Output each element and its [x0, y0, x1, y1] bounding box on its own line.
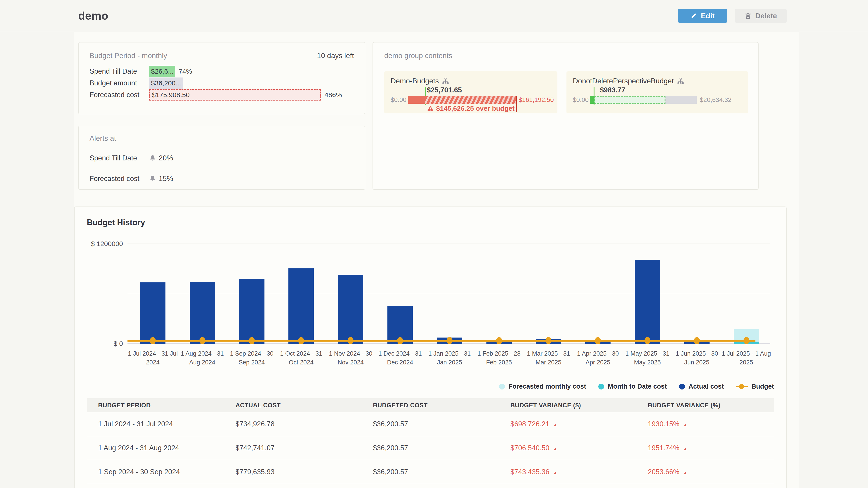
x-axis-label: 1 Jul 2024 - 31 Jul 2024: [127, 349, 179, 367]
group-contents-card: demo group contents Demo-Budgets $25,701…: [373, 42, 758, 190]
demo-budgets-bar-zone: $25,701.65 $0.00 $161,192.50 $145,626.25…: [391, 86, 551, 112]
trash-icon: [745, 12, 751, 19]
table-column-header: BUDGETED COST: [362, 402, 499, 409]
x-axis-label: 1 Apr 2025 - 30 Apr 2025: [572, 349, 624, 367]
hierarchy-icon: [442, 77, 449, 85]
y-axis-tick-zero: $ 0: [83, 340, 123, 348]
pencil-icon: [690, 13, 697, 19]
table-column-header: BUDGET VARIANCE (%): [637, 402, 774, 409]
alerts-card-label: Alerts at: [90, 134, 116, 142]
delete-button-label: Delete: [755, 12, 777, 20]
budget-history-chart: $ 1200000 $ 0: [127, 243, 770, 344]
x-axis-label: 1 Mar 2025 - 31 Mar 2025: [522, 349, 575, 367]
legend-label: Actual cost: [688, 383, 724, 390]
spend-till-date-percent: 74%: [179, 68, 192, 75]
chart-bar-actual-cost: [239, 279, 265, 344]
table-row: 1 Sep 2024 - 30 Sep 2024$779,635.93$36,2…: [87, 460, 774, 484]
table-cell-variance_usd: $706,540.50▲: [499, 444, 637, 452]
demo-budgets-link[interactable]: Demo-Budgets: [391, 77, 551, 85]
edit-button[interactable]: Edit: [678, 9, 727, 23]
spend-till-date-label: Spend Till Date: [90, 67, 149, 75]
chart-bar-actual-cost: [140, 283, 165, 344]
forecasted-cost-label: Forecasted cost: [90, 91, 149, 99]
x-axis-label: 1 Jun 2025 - 30 Jun 2025: [671, 349, 723, 367]
budget-period-label: Budget Period - monthly: [90, 52, 167, 60]
forecast-alert-value: 15%: [159, 174, 173, 183]
demo-budgets-min: $0.00: [391, 96, 406, 104]
budget-tile-demo-budgets: Demo-Budgets $25,701.65 $0.00: [384, 71, 557, 113]
legend-label: Budget: [751, 383, 774, 390]
x-axis-label: 1 Jan 2025 - 31 Jan 2025: [423, 349, 476, 367]
budget-line-marker: [150, 337, 156, 344]
variance-up-icon: ▲: [553, 446, 557, 451]
table-cell-actual: $734,926.78: [224, 420, 362, 428]
variance-up-icon: ▲: [683, 446, 688, 451]
budget-line-marker: [397, 337, 403, 344]
group-contents-label: demo group contents: [384, 52, 452, 60]
budget-line-marker: [645, 337, 650, 344]
table-cell-budgeted: $36,200.57: [362, 444, 499, 452]
budget-line-marker: [249, 337, 255, 344]
over-budget-message: $145,626.25 over budget: [426, 105, 516, 112]
legend-item-budget: Budget: [736, 383, 774, 390]
legend-item-month-to-date-cost: Month to Date cost: [598, 383, 667, 390]
spend-till-date-row: Spend Till Date $26,6... 74%: [90, 66, 354, 77]
legend-label: Forecasted monthly cost: [508, 383, 586, 390]
x-axis-labels: 1 Jul 2024 - 31 Jul 20241 Aug 2024 - 31 …: [127, 349, 770, 376]
forecast-alert-row: Forecasted cost 15%: [90, 174, 354, 183]
budget-line-marker: [199, 337, 205, 344]
forecast-alert-label: Forecasted cost: [90, 175, 149, 183]
variance-up-icon: ▲: [683, 470, 688, 475]
table-cell-variance_pct: 1930.15%▲: [637, 420, 774, 428]
alerts-card: Alerts at Spend Till Date 20% Forecasted…: [78, 126, 365, 190]
gridline-mid: [127, 294, 770, 294]
budget-line-marker: [496, 337, 502, 344]
budget-line-marker: [743, 337, 749, 344]
budget-amount-chip: $36,200....: [149, 77, 183, 89]
legend-swatch: [736, 386, 748, 387]
legend-swatch: [598, 384, 604, 390]
budget-line-marker: [694, 337, 700, 344]
variance-up-icon: ▲: [553, 470, 557, 475]
demo-budgets-max: $161,192.50: [519, 96, 554, 104]
page-title: demo: [78, 9, 108, 22]
table-cell-variance_pct: 2053.66%▲: [637, 468, 774, 476]
warning-icon: [427, 105, 434, 111]
table-cell-variance_usd: $743,435.36▲: [499, 468, 637, 476]
chart-legend: Forecasted monthly costMonth to Date cos…: [87, 383, 774, 390]
legend-swatch: [679, 384, 685, 390]
demo-budgets-spend-value: $25,701.65: [427, 86, 462, 94]
legend-swatch: [499, 384, 505, 390]
x-axis-label: 1 Dec 2024 - 31 Dec 2024: [374, 349, 426, 367]
table-cell-period: 1 Jul 2024 - 31 Jul 2024: [87, 420, 224, 428]
legend-label: Month to Date cost: [608, 383, 667, 390]
chart-bar-actual-cost: [288, 268, 314, 344]
table-cell-budgeted: $36,200.57: [362, 468, 499, 476]
delete-button[interactable]: Delete: [735, 9, 786, 23]
table-row: 1 Aug 2024 - 31 Aug 2024$742,741.07$36,2…: [87, 436, 774, 460]
x-axis-label: 1 May 2025 - 31 May 2025: [621, 349, 674, 367]
forecast-segment: [594, 96, 665, 104]
content-area: Budget Period - monthly 10 days left Spe…: [74, 32, 799, 488]
perspective-min: $0.00: [573, 96, 587, 104]
budget-line-marker: [447, 337, 453, 344]
demo-budgets-name: Demo-Budgets: [391, 77, 439, 85]
perspective-max: $20,634.32: [700, 96, 732, 104]
x-axis-label: 1 Aug 2024 - 31 Aug 2024: [176, 349, 228, 367]
chart-bar-actual-cost: [338, 275, 363, 344]
variance-up-icon: ▲: [553, 422, 557, 427]
top-actions: Edit Delete: [678, 9, 786, 23]
y-axis-tick-max: $ 1200000: [83, 240, 123, 248]
spent-segment: [408, 96, 426, 104]
perspective-budget-link[interactable]: DonotDeletePerspectiveBudget: [573, 77, 742, 85]
bell-icon: [149, 175, 156, 182]
perspective-bar-zone: $983.77 $0.00 $20,634.32: [573, 86, 742, 112]
chart-bar-actual-cost: [635, 260, 660, 344]
legend-item-forecasted-monthly-cost: Forecasted monthly cost: [499, 383, 586, 390]
budget-period-card: Budget Period - monthly 10 days left Spe…: [78, 42, 365, 114]
table-cell-actual: $779,635.93: [224, 468, 362, 476]
budget-line: [127, 340, 755, 341]
spend-alert-value: 20%: [159, 154, 173, 162]
remaining-segment: [665, 96, 697, 104]
budget-history-title: Budget History: [87, 218, 774, 227]
